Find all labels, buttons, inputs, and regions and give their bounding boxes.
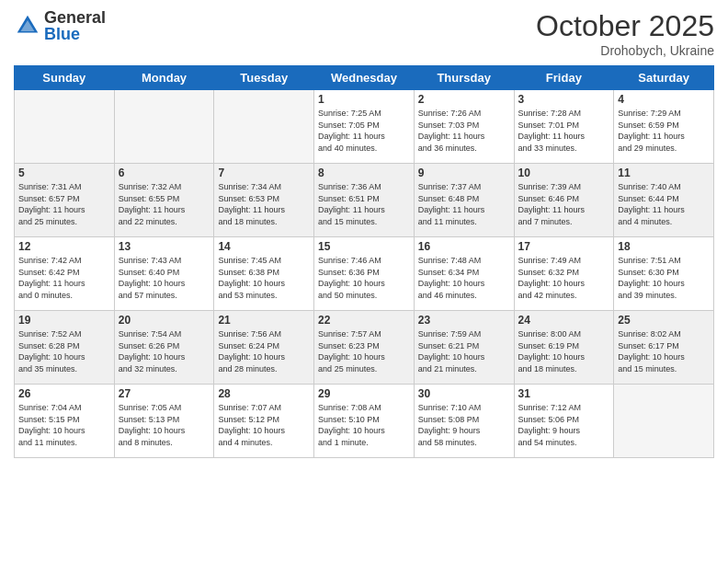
day-info: Sunrise: 7:46 AM Sunset: 6:36 PM Dayligh… <box>318 255 410 301</box>
logo: General Blue <box>14 9 106 42</box>
table-row: 29Sunrise: 7:08 AM Sunset: 5:10 PM Dayli… <box>314 385 415 458</box>
day-info: Sunrise: 7:57 AM Sunset: 6:23 PM Dayligh… <box>318 328 410 374</box>
day-info: Sunrise: 7:10 AM Sunset: 5:08 PM Dayligh… <box>418 402 510 448</box>
table-row: 24Sunrise: 8:00 AM Sunset: 6:19 PM Dayli… <box>514 311 614 385</box>
day-info: Sunrise: 7:59 AM Sunset: 6:21 PM Dayligh… <box>418 328 510 374</box>
table-row <box>15 90 115 164</box>
day-number: 9 <box>418 167 510 179</box>
col-monday: Monday <box>114 66 214 90</box>
table-row: 27Sunrise: 7:05 AM Sunset: 5:13 PM Dayli… <box>114 385 214 458</box>
day-info: Sunrise: 7:43 AM Sunset: 6:40 PM Dayligh… <box>119 255 210 301</box>
day-number: 5 <box>18 167 110 179</box>
table-row: 12Sunrise: 7:42 AM Sunset: 6:42 PM Dayli… <box>15 237 115 311</box>
table-row <box>114 90 214 164</box>
day-info: Sunrise: 7:56 AM Sunset: 6:24 PM Dayligh… <box>218 328 310 374</box>
table-row: 30Sunrise: 7:10 AM Sunset: 5:08 PM Dayli… <box>414 385 514 458</box>
day-info: Sunrise: 7:05 AM Sunset: 5:13 PM Dayligh… <box>119 402 210 448</box>
day-number: 30 <box>418 387 510 400</box>
logo-text: General Blue <box>44 9 106 42</box>
col-thursday: Thursday <box>414 66 514 90</box>
table-row: 19Sunrise: 7:52 AM Sunset: 6:28 PM Dayli… <box>15 311 115 385</box>
day-number: 21 <box>218 314 310 327</box>
calendar-row: 12Sunrise: 7:42 AM Sunset: 6:42 PM Dayli… <box>15 237 714 311</box>
day-number: 16 <box>418 240 510 253</box>
day-number: 27 <box>119 387 210 400</box>
calendar-row: 1Sunrise: 7:25 AM Sunset: 7:05 PM Daylig… <box>15 90 714 164</box>
day-info: Sunrise: 7:51 AM Sunset: 6:30 PM Dayligh… <box>618 255 710 301</box>
day-number: 7 <box>218 167 310 179</box>
table-row: 9Sunrise: 7:37 AM Sunset: 6:48 PM Daylig… <box>414 164 514 237</box>
calendar-row: 26Sunrise: 7:04 AM Sunset: 5:15 PM Dayli… <box>15 385 714 458</box>
day-info: Sunrise: 7:39 AM Sunset: 6:46 PM Dayligh… <box>518 181 610 227</box>
logo-blue: Blue <box>44 26 106 42</box>
day-number: 23 <box>418 314 510 327</box>
table-row: 5Sunrise: 7:31 AM Sunset: 6:57 PM Daylig… <box>15 164 115 237</box>
day-number: 3 <box>518 93 610 106</box>
table-row <box>214 90 314 164</box>
day-info: Sunrise: 7:31 AM Sunset: 6:57 PM Dayligh… <box>18 181 110 227</box>
day-number: 6 <box>119 167 210 179</box>
table-row <box>614 385 714 458</box>
day-number: 11 <box>618 167 710 179</box>
table-row: 16Sunrise: 7:48 AM Sunset: 6:34 PM Dayli… <box>414 237 514 311</box>
day-info: Sunrise: 7:52 AM Sunset: 6:28 PM Dayligh… <box>18 328 110 374</box>
day-number: 31 <box>518 387 610 400</box>
day-number: 20 <box>119 314 210 327</box>
day-number: 4 <box>618 93 710 106</box>
day-number: 26 <box>18 387 110 400</box>
day-info: Sunrise: 7:45 AM Sunset: 6:38 PM Dayligh… <box>218 255 310 301</box>
day-number: 1 <box>318 93 410 106</box>
day-number: 24 <box>518 314 610 327</box>
day-info: Sunrise: 7:25 AM Sunset: 7:05 PM Dayligh… <box>318 108 410 154</box>
day-info: Sunrise: 7:37 AM Sunset: 6:48 PM Dayligh… <box>418 181 510 227</box>
table-row: 14Sunrise: 7:45 AM Sunset: 6:38 PM Dayli… <box>214 237 314 311</box>
day-number: 13 <box>119 240 210 253</box>
day-info: Sunrise: 7:42 AM Sunset: 6:42 PM Dayligh… <box>18 255 110 301</box>
col-tuesday: Tuesday <box>214 66 314 90</box>
day-info: Sunrise: 7:29 AM Sunset: 6:59 PM Dayligh… <box>618 108 710 154</box>
day-number: 25 <box>618 314 710 327</box>
col-sunday: Sunday <box>15 66 115 90</box>
day-info: Sunrise: 7:08 AM Sunset: 5:10 PM Dayligh… <box>318 402 410 448</box>
calendar: Sunday Monday Tuesday Wednesday Thursday… <box>14 65 714 458</box>
month-title: October 2025 <box>536 9 714 43</box>
table-row: 20Sunrise: 7:54 AM Sunset: 6:26 PM Dayli… <box>114 311 214 385</box>
table-row: 17Sunrise: 7:49 AM Sunset: 6:32 PM Dayli… <box>514 237 614 311</box>
day-info: Sunrise: 7:26 AM Sunset: 7:03 PM Dayligh… <box>418 108 510 154</box>
logo-icon <box>14 12 41 40</box>
page: General Blue October 2025 Drohobych, Ukr… <box>0 0 728 563</box>
day-info: Sunrise: 7:12 AM Sunset: 5:06 PM Dayligh… <box>518 402 610 448</box>
header: General Blue October 2025 Drohobych, Ukr… <box>14 9 714 58</box>
table-row: 11Sunrise: 7:40 AM Sunset: 6:44 PM Dayli… <box>614 164 714 237</box>
day-info: Sunrise: 7:49 AM Sunset: 6:32 PM Dayligh… <box>518 255 610 301</box>
day-info: Sunrise: 7:48 AM Sunset: 6:34 PM Dayligh… <box>418 255 510 301</box>
day-info: Sunrise: 7:34 AM Sunset: 6:53 PM Dayligh… <box>218 181 310 227</box>
table-row: 23Sunrise: 7:59 AM Sunset: 6:21 PM Dayli… <box>414 311 514 385</box>
table-row: 8Sunrise: 7:36 AM Sunset: 6:51 PM Daylig… <box>314 164 415 237</box>
table-row: 6Sunrise: 7:32 AM Sunset: 6:55 PM Daylig… <box>114 164 214 237</box>
table-row: 22Sunrise: 7:57 AM Sunset: 6:23 PM Dayli… <box>314 311 415 385</box>
location: Drohobych, Ukraine <box>536 43 714 58</box>
day-info: Sunrise: 7:07 AM Sunset: 5:12 PM Dayligh… <box>218 402 310 448</box>
table-row: 7Sunrise: 7:34 AM Sunset: 6:53 PM Daylig… <box>214 164 314 237</box>
day-number: 10 <box>518 167 610 179</box>
day-number: 18 <box>618 240 710 253</box>
day-number: 8 <box>318 167 410 179</box>
col-wednesday: Wednesday <box>314 66 415 90</box>
day-number: 14 <box>218 240 310 253</box>
logo-general: General <box>44 9 106 26</box>
table-row: 28Sunrise: 7:07 AM Sunset: 5:12 PM Dayli… <box>214 385 314 458</box>
table-row: 21Sunrise: 7:56 AM Sunset: 6:24 PM Dayli… <box>214 311 314 385</box>
table-row: 26Sunrise: 7:04 AM Sunset: 5:15 PM Dayli… <box>15 385 115 458</box>
day-info: Sunrise: 7:04 AM Sunset: 5:15 PM Dayligh… <box>18 402 110 448</box>
day-number: 15 <box>318 240 410 253</box>
header-row: Sunday Monday Tuesday Wednesday Thursday… <box>15 66 714 90</box>
day-number: 17 <box>518 240 610 253</box>
table-row: 10Sunrise: 7:39 AM Sunset: 6:46 PM Dayli… <box>514 164 614 237</box>
col-friday: Friday <box>514 66 614 90</box>
day-info: Sunrise: 8:02 AM Sunset: 6:17 PM Dayligh… <box>618 328 710 374</box>
calendar-row: 5Sunrise: 7:31 AM Sunset: 6:57 PM Daylig… <box>15 164 714 237</box>
table-row: 31Sunrise: 7:12 AM Sunset: 5:06 PM Dayli… <box>514 385 614 458</box>
day-info: Sunrise: 7:28 AM Sunset: 7:01 PM Dayligh… <box>518 108 610 154</box>
calendar-row: 19Sunrise: 7:52 AM Sunset: 6:28 PM Dayli… <box>15 311 714 385</box>
